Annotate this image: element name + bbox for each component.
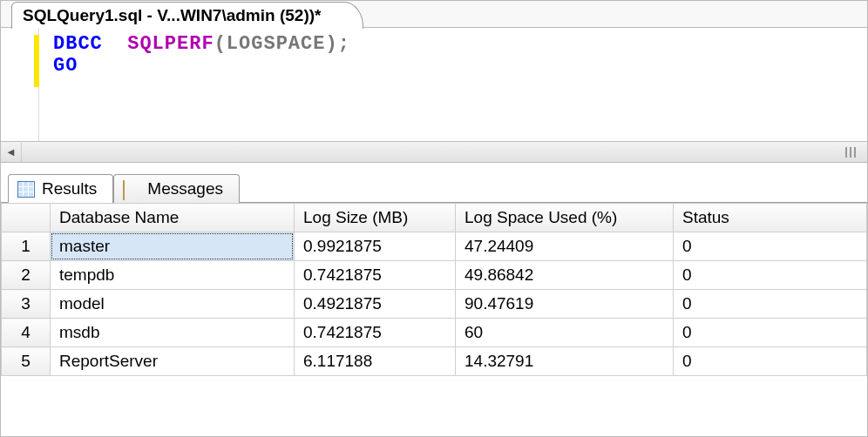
args: (LOGSPACE) [214, 33, 338, 55]
tab-messages-label: Messages [147, 179, 223, 198]
table-row[interactable]: 4 msdb 0.7421875 60 0 [2, 319, 867, 347]
cell-status[interactable]: 0 [674, 347, 867, 376]
cell-log-size[interactable]: 0.7421875 [295, 261, 456, 290]
results-grid-wrap: Database Name Log Size (MB) Log Space Us… [1, 202, 867, 376]
cell-status[interactable]: 0 [674, 232, 867, 261]
cell-log-size[interactable]: 6.117188 [295, 347, 456, 376]
corner-cell[interactable] [2, 204, 51, 232]
col-log-size[interactable]: Log Size (MB) [295, 204, 456, 232]
table-row[interactable]: 5 ReportServer 6.117188 14.32791 0 [2, 347, 867, 376]
cell-log-space-used[interactable]: 47.24409 [456, 232, 674, 261]
function-sqlperf: SQLPERF [127, 33, 214, 55]
cell-log-space-used[interactable]: 49.86842 [456, 261, 674, 290]
tab-messages[interactable]: Messages [113, 174, 240, 203]
document-tab[interactable]: SQLQuery1.sql - V...WIN7\admin (52))* [11, 2, 363, 29]
grid-icon [17, 181, 35, 197]
editor-area: DBCC SQLPERF(LOGSPACE); GO ◄ [1, 27, 867, 162]
keyword-go: GO [53, 55, 78, 77]
editor-horizontal-scrollbar[interactable]: ◄ [1, 141, 867, 162]
cell-database-name[interactable]: ReportServer [51, 347, 295, 376]
code-text: DBCC SQLPERF(LOGSPACE); GO [39, 28, 350, 141]
tab-results[interactable]: Results [8, 174, 113, 203]
ssms-window: SQLQuery1.sql - V...WIN7\admin (52))* DB… [0, 0, 868, 437]
cell-database-name[interactable]: tempdb [51, 261, 295, 290]
semicolon: ; [338, 33, 350, 55]
col-log-space-used[interactable]: Log Space Used (%) [456, 204, 674, 232]
cell-status[interactable]: 0 [674, 319, 867, 347]
cell-database-name[interactable]: msdb [51, 319, 295, 347]
cell-log-size[interactable]: 0.4921875 [295, 290, 456, 319]
row-number[interactable]: 4 [2, 319, 51, 347]
results-grid[interactable]: Database Name Log Size (MB) Log Space Us… [1, 203, 867, 376]
scroll-grip-icon [839, 145, 862, 159]
document-tab-bar: SQLQuery1.sql - V...WIN7\admin (52))* [1, 1, 867, 27]
tab-results-label: Results [42, 179, 97, 198]
cell-database-name[interactable]: master [51, 232, 295, 261]
scroll-left-icon[interactable]: ◄ [1, 143, 22, 162]
col-database-name[interactable]: Database Name [51, 204, 295, 232]
cell-log-size[interactable]: 0.7421875 [295, 319, 456, 347]
row-number[interactable]: 2 [2, 261, 51, 290]
table-row[interactable]: 1 master 0.9921875 47.24409 0 [2, 232, 867, 261]
table-row[interactable]: 2 tempdb 0.7421875 49.86842 0 [2, 261, 867, 290]
row-number[interactable]: 5 [2, 347, 51, 376]
document-icon [123, 181, 140, 197]
row-number[interactable]: 1 [2, 232, 51, 261]
col-status[interactable]: Status [674, 204, 867, 232]
scroll-track[interactable] [22, 143, 867, 162]
keyword-dbcc: DBCC [53, 33, 103, 55]
cell-status[interactable]: 0 [674, 261, 867, 290]
sql-editor[interactable]: DBCC SQLPERF(LOGSPACE); GO [1, 28, 867, 141]
execution-marker [34, 35, 39, 87]
cell-log-space-used[interactable]: 60 [456, 319, 674, 347]
cell-log-size[interactable]: 0.9921875 [295, 232, 456, 261]
table-row[interactable]: 3 model 0.4921875 90.47619 0 [2, 290, 867, 319]
cell-database-name[interactable]: model [51, 290, 295, 319]
row-number[interactable]: 3 [2, 290, 51, 319]
editor-gutter [1, 28, 39, 141]
cell-log-space-used[interactable]: 90.47619 [456, 290, 674, 319]
header-row: Database Name Log Size (MB) Log Space Us… [2, 204, 867, 232]
document-tab-title: SQLQuery1.sql - V...WIN7\admin (52))* [23, 6, 321, 24]
cell-status[interactable]: 0 [674, 290, 867, 319]
cell-log-space-used[interactable]: 14.32791 [456, 347, 674, 376]
result-tab-bar: Results Messages [1, 162, 867, 202]
